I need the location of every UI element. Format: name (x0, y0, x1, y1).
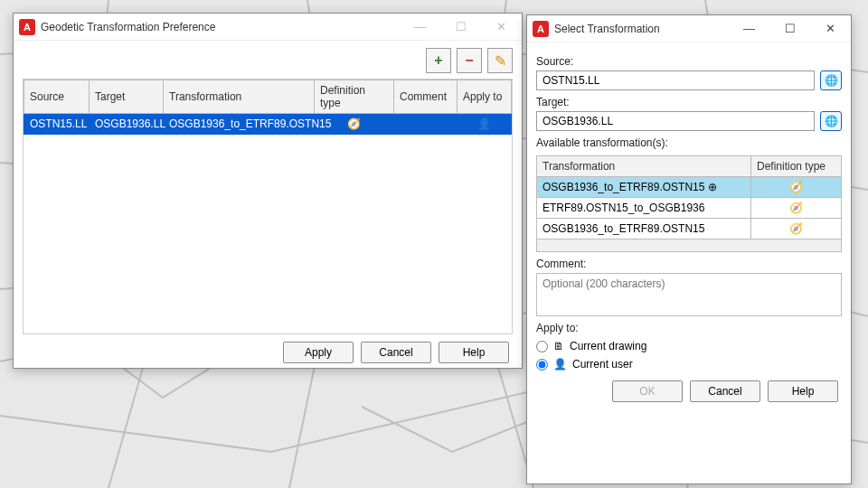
cell-name: ETRF89.OSTN15_to_OSGB1936 (537, 198, 751, 219)
select-titlebar[interactable]: A Select Transformation — ☐ ✕ (527, 15, 851, 42)
edit-button[interactable]: ✎ (487, 48, 513, 73)
apply-user-label: Current user (572, 358, 633, 371)
pref-toolbar: + − ✎ (23, 48, 513, 73)
document-icon: 🗎 (553, 340, 564, 352)
globe-icon: 🌐 (825, 74, 838, 87)
help-button[interactable]: Help (439, 342, 509, 363)
target-label: Target: (536, 96, 842, 108)
select-button-row: OK Cancel Help (536, 373, 842, 406)
source-input[interactable] (536, 70, 815, 90)
definition-type-icon: 🧭 (751, 219, 842, 239)
apply-drawing-label: Current drawing (570, 340, 646, 352)
table-row[interactable]: OSTN15.LL OSGB1936.LL OSGB1936_to_ETRF89… (24, 114, 512, 135)
table-row[interactable]: OSGB1936_to_ETRF89.OSTN15 🧭 (537, 219, 842, 239)
target-picker-button[interactable]: 🌐 (820, 111, 842, 131)
apply-user-radio[interactable] (536, 359, 548, 371)
available-label: Available transformation(s): (536, 136, 842, 149)
pref-table-empty (24, 135, 512, 333)
col-comment[interactable]: Comment (394, 80, 458, 114)
col-apply-to[interactable]: Apply to (458, 80, 512, 114)
table-row[interactable]: OSGB1936_to_ETRF89.OSTN15 ⊕ 🧭 (537, 177, 842, 198)
pencil-icon: ✎ (495, 52, 506, 70)
pref-title: Geodetic Transformation Preference (41, 21, 400, 33)
col-transformation[interactable]: Transformation (537, 156, 751, 177)
globe-icon: 🌐 (825, 115, 838, 127)
maximize-button: ☐ (440, 14, 481, 41)
minus-icon: − (465, 52, 473, 69)
select-window: A Select Transformation — ☐ ✕ Source: 🌐 … (526, 14, 852, 484)
col-source[interactable]: Source (24, 80, 90, 114)
plus-icon: + (434, 52, 442, 69)
apply-button[interactable]: Apply (283, 342, 354, 363)
cell-apply-icon: 👤 (458, 114, 512, 135)
swap-icon: ⊕ (708, 181, 717, 193)
close-button: ✕ (481, 14, 522, 41)
minimize-button: — (400, 14, 440, 41)
col-definition-type[interactable]: Definition type (315, 80, 394, 114)
minimize-button[interactable]: — (729, 15, 769, 42)
maximize-button[interactable]: ☐ (769, 15, 810, 42)
ok-button[interactable]: OK (612, 380, 683, 402)
pref-button-row: Apply Cancel Help (23, 334, 513, 367)
available-header: Transformation Definition type (537, 156, 842, 177)
user-icon: 👤 (553, 358, 567, 371)
pref-table-header: Source Target Transformation Definition … (24, 80, 512, 114)
definition-type-icon: 🧭 (751, 198, 842, 219)
cancel-button[interactable]: Cancel (690, 380, 760, 402)
cell-target: OSGB1936.LL (90, 114, 164, 135)
pref-window: A Geodetic Transformation Preference — ☐… (13, 13, 523, 369)
definition-type-icon: 🧭 (347, 117, 361, 130)
table-row-empty (537, 239, 842, 252)
user-icon: 👤 (477, 117, 491, 130)
app-icon: A (533, 21, 549, 37)
close-button[interactable]: ✕ (810, 15, 851, 42)
app-icon: A (19, 19, 35, 35)
cell-name: OSGB1936_to_ETRF89.OSTN15 ⊕ (537, 177, 751, 198)
apply-drawing-option[interactable]: 🗎 Current drawing (536, 340, 842, 352)
cell-comment (394, 114, 458, 135)
apply-drawing-radio[interactable] (536, 341, 548, 352)
definition-type-icon: 🧭 (751, 177, 842, 198)
source-picker-button[interactable]: 🌐 (820, 70, 842, 90)
apply-to-label: Apply to: (536, 322, 842, 334)
cell-source: OSTN15.LL (24, 114, 90, 135)
add-button[interactable]: + (426, 48, 451, 73)
cancel-button[interactable]: Cancel (361, 342, 431, 363)
comment-label: Comment: (536, 258, 842, 270)
target-input[interactable] (536, 111, 815, 131)
source-label: Source: (536, 55, 842, 68)
pref-table[interactable]: Source Target Transformation Definition … (23, 79, 513, 334)
col-definition-type[interactable]: Definition type (751, 156, 842, 177)
cell-transformation: OSGB1936_to_ETRF89.OSTN15 (164, 114, 315, 135)
table-row[interactable]: ETRF89.OSTN15_to_OSGB1936 🧭 (537, 198, 842, 219)
pref-titlebar[interactable]: A Geodetic Transformation Preference — ☐… (14, 14, 522, 41)
available-table[interactable]: Transformation Definition type OSGB1936_… (536, 155, 842, 252)
cell-name: OSGB1936_to_ETRF89.OSTN15 (537, 219, 751, 239)
help-button[interactable]: Help (768, 380, 838, 402)
col-target[interactable]: Target (90, 80, 164, 114)
select-title: Select Transformation (554, 23, 729, 35)
comment-input[interactable] (536, 273, 842, 316)
col-transformation[interactable]: Transformation (164, 80, 315, 114)
apply-user-option[interactable]: 👤 Current user (536, 358, 842, 371)
remove-button[interactable]: − (457, 48, 482, 73)
